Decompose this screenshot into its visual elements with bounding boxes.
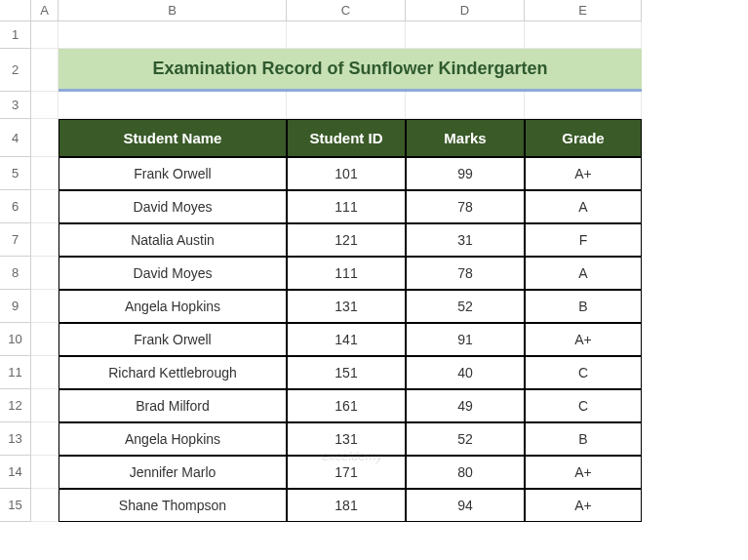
cell-marks[interactable]: 52 [406,422,525,456]
row-header-11[interactable]: 11 [0,356,31,389]
cell-a2[interactable] [31,49,59,92]
row-header-10[interactable]: 10 [0,323,31,356]
cell-name[interactable]: David Moyes [59,257,287,290]
header-student-name[interactable]: Student Name [59,119,287,157]
col-header-e[interactable]: E [525,0,642,21]
cell-a8[interactable] [31,257,59,290]
cell-b1[interactable] [59,21,287,49]
cell-d3[interactable] [406,92,525,119]
cell-marks[interactable]: 78 [406,257,525,290]
cell-id[interactable]: 121 [287,223,406,257]
cell-marks[interactable]: 49 [406,389,525,422]
row-header-6[interactable]: 6 [0,190,31,223]
cell-name[interactable]: Angela Hopkins [59,422,287,456]
cell-a1[interactable] [31,21,59,49]
cell-grade[interactable]: A+ [525,323,642,356]
cell-grade[interactable]: F [525,223,642,257]
cell-grade[interactable]: A [525,257,642,290]
cell-d1[interactable] [406,21,525,49]
row-header-5[interactable]: 5 [0,157,31,190]
cell-name[interactable]: Jennifer Marlo [59,456,287,489]
cell-marks[interactable]: 99 [406,157,525,190]
sheet-title[interactable]: Examination Record of Sunflower Kinderga… [59,49,642,92]
cell-e1[interactable] [525,21,642,49]
row-header-12[interactable]: 12 [0,389,31,422]
cell-name[interactable]: David Moyes [59,190,287,223]
row-header-15[interactable]: 15 [0,489,31,522]
col-header-d[interactable]: D [406,0,525,21]
cell-a13[interactable] [31,422,59,456]
cell-a12[interactable] [31,389,59,422]
cell-id[interactable]: 101 [287,157,406,190]
cell-marks[interactable]: 78 [406,190,525,223]
cell-grade[interactable]: A+ [525,456,642,489]
cell-id[interactable]: 151 [287,356,406,389]
cell-e3[interactable] [525,92,642,119]
header-marks[interactable]: Marks [406,119,525,157]
cell-grade[interactable]: B [525,290,642,323]
cell-c1[interactable] [287,21,406,49]
cell-name[interactable]: Shane Thompson [59,489,287,522]
row-header-13[interactable]: 13 [0,422,31,456]
header-student-id[interactable]: Student ID [287,119,406,157]
header-grade[interactable]: Grade [525,119,642,157]
cell-c3[interactable] [287,92,406,119]
row-header-3[interactable]: 3 [0,92,31,119]
cell-a10[interactable] [31,323,59,356]
col-header-c[interactable]: C [287,0,406,21]
cell-id[interactable]: 171 [287,456,406,489]
row-header-4[interactable]: 4 [0,119,31,157]
cell-name[interactable]: Frank Orwell [59,323,287,356]
cell-b3[interactable] [59,92,287,119]
cell-id[interactable]: 131 [287,290,406,323]
cell-grade[interactable]: C [525,356,642,389]
cell-grade[interactable]: A+ [525,489,642,522]
col-header-a[interactable]: A [31,0,59,21]
cell-a6[interactable] [31,190,59,223]
cell-marks[interactable]: 52 [406,290,525,323]
cell-id[interactable]: 181 [287,489,406,522]
cell-marks[interactable]: 91 [406,323,525,356]
cell-name[interactable]: Angela Hopkins [59,290,287,323]
cell-grade[interactable]: B [525,422,642,456]
select-all-corner[interactable] [0,0,31,21]
row-header-9[interactable]: 9 [0,290,31,323]
cell-marks[interactable]: 80 [406,456,525,489]
cell-marks[interactable]: 40 [406,356,525,389]
cell-name[interactable]: Natalia Austin [59,223,287,257]
cell-name[interactable]: Brad Milford [59,389,287,422]
cell-grade[interactable]: A+ [525,157,642,190]
cell-a14[interactable] [31,456,59,489]
cell-id[interactable]: 111 [287,190,406,223]
col-header-b[interactable]: B [59,0,287,21]
cell-name[interactable]: Richard Kettlebrough [59,356,287,389]
cell-marks[interactable]: 94 [406,489,525,522]
cell-id[interactable]: 131 [287,422,406,456]
spreadsheet-grid: A B C D E 1 2 Examination Record of Sunf… [0,0,748,522]
cell-id[interactable]: 141 [287,323,406,356]
cell-id[interactable]: 161 [287,389,406,422]
cell-a7[interactable] [31,223,59,257]
cell-grade[interactable]: C [525,389,642,422]
cell-a11[interactable] [31,356,59,389]
cell-a9[interactable] [31,290,59,323]
row-header-1[interactable]: 1 [0,21,31,49]
cell-name[interactable]: Frank Orwell [59,157,287,190]
row-header-7[interactable]: 7 [0,223,31,257]
cell-marks[interactable]: 31 [406,223,525,257]
row-header-14[interactable]: 14 [0,456,31,489]
cell-a5[interactable] [31,157,59,190]
cell-a15[interactable] [31,489,59,522]
cell-a4[interactable] [31,119,59,157]
row-header-2[interactable]: 2 [0,49,31,92]
row-header-8[interactable]: 8 [0,257,31,290]
cell-a3[interactable] [31,92,59,119]
cell-id[interactable]: 111 [287,257,406,290]
cell-grade[interactable]: A [525,190,642,223]
